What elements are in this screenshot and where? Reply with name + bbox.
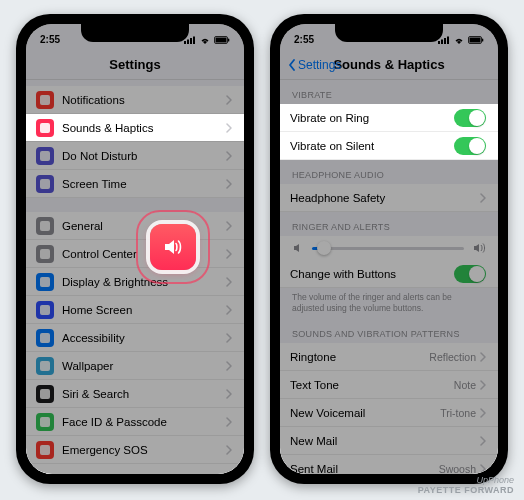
row-label: Emergency SOS [62, 444, 226, 456]
screen-left: 2:55 Settings Notifications Sounds & Hap… [26, 24, 244, 474]
navbar: Settings [26, 50, 244, 80]
settings-row-notifications[interactable]: Notifications [26, 86, 244, 114]
vibrate-silent-toggle[interactable] [454, 137, 486, 155]
svg-rect-28 [482, 38, 483, 41]
wallpaper-icon [36, 357, 54, 375]
dnd-icon [36, 147, 54, 165]
section-header-headphone: HEADPHONE AUDIO [280, 160, 498, 184]
navbar: Settings Sounds & Haptics [280, 50, 498, 80]
volume-low-icon [292, 242, 304, 254]
row-sent-mail[interactable]: Sent Mail Swoosh [280, 455, 498, 474]
settings-row-home-screen[interactable]: Home Screen [26, 296, 244, 324]
sounds-content[interactable]: VIBRATE Vibrate on Ring Vibrate on Silen… [280, 80, 498, 474]
chevron-right-icon [480, 464, 486, 474]
chevron-right-icon [480, 193, 486, 203]
chevron-right-icon [480, 436, 486, 446]
row-label: Do Not Disturb [62, 150, 226, 162]
svg-rect-1 [187, 39, 189, 44]
display-icon [36, 273, 54, 291]
settings-row-sounds-haptics[interactable]: Sounds & Haptics [26, 114, 244, 142]
volume-icon [161, 235, 185, 259]
row-vibrate-silent[interactable]: Vibrate on Silent [280, 132, 498, 160]
settings-row-dnd[interactable]: Do Not Disturb [26, 142, 244, 170]
back-button[interactable]: Settings [288, 50, 341, 79]
section-header-patterns: SOUNDS AND VIBRATION PATTERNS [280, 319, 498, 343]
settings-row-faceid[interactable]: Face ID & Passcode [26, 408, 244, 436]
ringer-slider-row[interactable] [280, 236, 498, 260]
status-right [184, 36, 230, 44]
svg-rect-2 [190, 38, 192, 44]
sounds-haptics-icon [36, 119, 54, 137]
row-new-voicemail[interactable]: New Voicemail Tri-tone [280, 399, 498, 427]
watermark: UpPhone PAYETTE FORWARD [418, 476, 514, 496]
row-headphone-safety[interactable]: Headphone Safety [280, 184, 498, 212]
settings-row-general[interactable]: General [26, 212, 244, 240]
row-text-tone[interactable]: Text Tone Note [280, 371, 498, 399]
row-detail: Note [454, 379, 476, 391]
svg-rect-24 [444, 38, 446, 44]
settings-row-screen-time[interactable]: Screen Time [26, 170, 244, 198]
control-center-icon [36, 245, 54, 263]
settings-row-wallpaper[interactable]: Wallpaper [26, 352, 244, 380]
row-label: Wallpaper [62, 360, 226, 372]
sounds-callout [150, 224, 196, 270]
chevron-right-icon [226, 305, 232, 315]
change-with-buttons-row[interactable]: Change with Buttons [280, 260, 498, 288]
vibrate-ring-toggle[interactable] [454, 109, 486, 127]
row-detail: Tri-tone [440, 407, 476, 419]
svg-rect-11 [40, 221, 50, 231]
svg-rect-5 [216, 37, 227, 42]
ringer-footer: The volume of the ringer and alerts can … [280, 288, 498, 319]
row-label: Vibrate on Ring [290, 112, 454, 124]
battery-icon [214, 36, 230, 44]
exposure-icon [36, 469, 54, 475]
chevron-right-icon [226, 221, 232, 231]
settings-row-control-center[interactable]: Control Center [26, 240, 244, 268]
settings-row-accessibility[interactable]: Accessibility [26, 324, 244, 352]
row-label: Screen Time [62, 178, 226, 190]
settings-row-sos[interactable]: Emergency SOS [26, 436, 244, 464]
screen-time-icon [36, 175, 54, 193]
settings-row-siri[interactable]: Siri & Search [26, 380, 244, 408]
svg-rect-9 [40, 151, 50, 161]
chevron-right-icon [480, 380, 486, 390]
svg-rect-27 [470, 37, 481, 42]
row-label: Vibrate on Silent [290, 140, 454, 152]
chevron-right-icon [226, 179, 232, 189]
row-label: Text Tone [290, 379, 454, 391]
screen-right: 2:55 Settings Sounds & Haptics VIBRATE V… [280, 24, 498, 474]
page-title: Settings [109, 57, 160, 72]
svg-rect-6 [228, 38, 229, 41]
notch [335, 24, 443, 42]
settings-row-display[interactable]: Display & Brightness [26, 268, 244, 296]
phone-left: 2:55 Settings Notifications Sounds & Hap… [16, 14, 254, 484]
row-vibrate-ring[interactable]: Vibrate on Ring [280, 104, 498, 132]
ringer-slider[interactable] [312, 247, 464, 250]
svg-rect-13 [40, 277, 50, 287]
chevron-right-icon [226, 123, 232, 133]
back-label: Settings [298, 58, 341, 72]
svg-rect-7 [40, 95, 50, 105]
row-ringtone[interactable]: Ringtone Reflection [280, 343, 498, 371]
general-icon [36, 217, 54, 235]
change-with-buttons-toggle[interactable] [454, 265, 486, 283]
chevron-right-icon [226, 361, 232, 371]
settings-list[interactable]: Notifications Sounds & Haptics Do Not Di… [26, 80, 244, 474]
sos-icon [36, 441, 54, 459]
chevron-right-icon [226, 445, 232, 455]
svg-rect-15 [40, 333, 50, 343]
chevron-left-icon [288, 59, 296, 71]
svg-rect-22 [438, 41, 440, 44]
row-label: Home Screen [62, 304, 226, 316]
row-detail: Swoosh [439, 463, 476, 474]
home-screen-icon [36, 301, 54, 319]
settings-row-exposure[interactable]: Exposure Notifications [26, 464, 244, 474]
svg-rect-17 [40, 389, 50, 399]
volume-high-icon [472, 242, 486, 254]
svg-rect-23 [441, 39, 443, 44]
section-header-ringer: RINGER AND ALERTS [280, 212, 498, 236]
row-label: Siri & Search [62, 388, 226, 400]
row-new-mail[interactable]: New Mail [280, 427, 498, 455]
svg-rect-18 [40, 417, 50, 427]
row-label: Face ID & Passcode [62, 416, 226, 428]
